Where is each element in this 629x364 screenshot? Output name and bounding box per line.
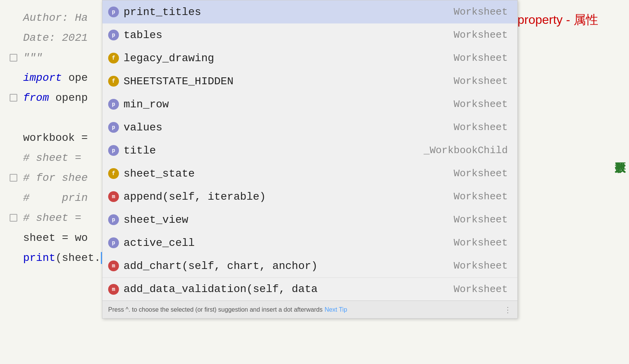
autocomplete-item-4[interactable]: p min_row Worksheet bbox=[102, 93, 517, 116]
gutter-icon-11 bbox=[10, 214, 17, 222]
item-name-8: append(self, iterable) bbox=[124, 191, 454, 203]
autocomplete-item-8[interactable]: m append(self, iterable) Worksheet bbox=[102, 185, 517, 208]
code-keyword-import: import bbox=[23, 72, 62, 84]
item-name-0: print_titles bbox=[124, 6, 454, 18]
item-type-9: Worksheet bbox=[454, 214, 508, 225]
autocomplete-item-0[interactable]: p print_titles Worksheet bbox=[102, 0, 517, 23]
code-text-7: workbook = bbox=[23, 132, 88, 144]
code-text-11: # sheet = bbox=[23, 212, 81, 224]
item-name-1: tables bbox=[124, 29, 454, 41]
code-text-12: sheet = wo bbox=[23, 232, 88, 244]
item-icon-p-0: p bbox=[108, 7, 119, 17]
gutter-5 bbox=[8, 94, 19, 102]
gutter-icon-3 bbox=[10, 54, 17, 62]
autocomplete-item-2[interactable]: f legacy_drawing Worksheet bbox=[102, 47, 517, 70]
item-type-11: Worksheet bbox=[454, 260, 508, 272]
code-text-2: Date: 2021 bbox=[23, 32, 88, 44]
footer-next-tip[interactable]: Next Tip bbox=[325, 306, 347, 313]
item-type-3: Worksheet bbox=[454, 75, 508, 87]
item-type-5: Worksheet bbox=[454, 122, 508, 133]
item-icon-f-2: f bbox=[108, 53, 119, 63]
item-type-0: Worksheet bbox=[454, 6, 508, 18]
item-icon-p-1: p bbox=[108, 30, 119, 40]
item-name-4: min_row bbox=[124, 99, 454, 110]
autocomplete-item-10[interactable]: p active_cell Worksheet bbox=[102, 231, 517, 254]
code-keyword-print: print bbox=[23, 252, 55, 264]
item-type-4: Worksheet bbox=[454, 99, 508, 110]
autocomplete-item-6[interactable]: p title _WorkbookChild bbox=[102, 139, 517, 162]
autocomplete-item-11[interactable]: m add_chart(self, chart, anchor) Workshe… bbox=[102, 254, 517, 277]
gutter-3 bbox=[8, 54, 19, 62]
item-icon-f-7: f bbox=[108, 168, 119, 179]
footer-hint: Press ^. to choose the selected (or firs… bbox=[108, 306, 323, 313]
code-text-5: openp bbox=[55, 92, 88, 104]
item-type-8: Worksheet bbox=[454, 191, 508, 202]
item-icon-m-8: m bbox=[108, 191, 119, 202]
autocomplete-dropdown: p print_titles Worksheet p tables Worksh… bbox=[102, 0, 518, 319]
item-name-7: sheet_state bbox=[124, 168, 454, 180]
gutter-icon-5 bbox=[10, 94, 17, 102]
gutter-icon-9 bbox=[10, 174, 17, 182]
code-text-9: # for shee bbox=[23, 172, 88, 184]
autocomplete-item-1[interactable]: p tables Worksheet bbox=[102, 23, 517, 47]
gutter-9 bbox=[8, 174, 19, 182]
item-type-1: Worksheet bbox=[454, 29, 508, 41]
gutter-11 bbox=[8, 214, 19, 222]
item-icon-p-6: p bbox=[108, 145, 119, 156]
item-name-3: SHEETSTATE_HIDDEN bbox=[124, 75, 454, 87]
item-name-2: legacy_drawing bbox=[124, 52, 454, 64]
code-keyword-from: from bbox=[23, 92, 49, 104]
item-icon-p-4: p bbox=[108, 99, 119, 110]
item-name-12: add_data_validation(self, data bbox=[124, 283, 454, 295]
code-text-1: Author: Ha bbox=[23, 12, 88, 24]
item-icon-m-11: m bbox=[108, 260, 119, 271]
item-type-12: Worksheet bbox=[454, 284, 508, 295]
annotation-stock: 股票数 bbox=[611, 150, 629, 158]
item-icon-m-12: m bbox=[108, 284, 119, 295]
item-icon-p-9: p bbox=[108, 214, 119, 225]
autocomplete-item-3[interactable]: f SHEETSTATE_HIDDEN Worksheet bbox=[102, 70, 517, 93]
item-name-5: values bbox=[124, 122, 454, 134]
autocomplete-item-5[interactable]: p values Worksheet bbox=[102, 116, 517, 139]
item-name-11: add_chart(self, chart, anchor) bbox=[124, 260, 454, 272]
code-text-8: # sheet = bbox=[23, 152, 81, 164]
autocomplete-item-12[interactable]: m add_data_validation(self, data Workshe… bbox=[102, 277, 517, 301]
item-icon-p-5: p bbox=[108, 122, 119, 133]
item-name-9: sheet_view bbox=[124, 214, 454, 226]
autocomplete-item-9[interactable]: p sheet_view Worksheet bbox=[102, 208, 517, 231]
item-type-6: _WorkbookChild bbox=[424, 145, 508, 156]
item-type-2: Worksheet bbox=[454, 52, 508, 64]
autocomplete-footer: Press ^. to choose the selected (or firs… bbox=[102, 301, 517, 318]
item-icon-f-3: f bbox=[108, 76, 119, 87]
code-text-13a: (sheet. bbox=[55, 252, 101, 264]
code-text-10: # prin bbox=[23, 192, 88, 204]
item-name-6: title bbox=[124, 145, 424, 157]
footer-more-icon[interactable]: ⋮ bbox=[504, 305, 512, 314]
item-name-10: active_cell bbox=[124, 237, 454, 249]
autocomplete-item-7[interactable]: f sheet_state Worksheet bbox=[102, 162, 517, 185]
code-text-3: """ bbox=[23, 52, 42, 64]
item-type-7: Worksheet bbox=[454, 168, 508, 179]
item-icon-p-10: p bbox=[108, 237, 119, 248]
item-type-10: Worksheet bbox=[454, 237, 508, 249]
code-text-4: ope bbox=[69, 72, 88, 84]
